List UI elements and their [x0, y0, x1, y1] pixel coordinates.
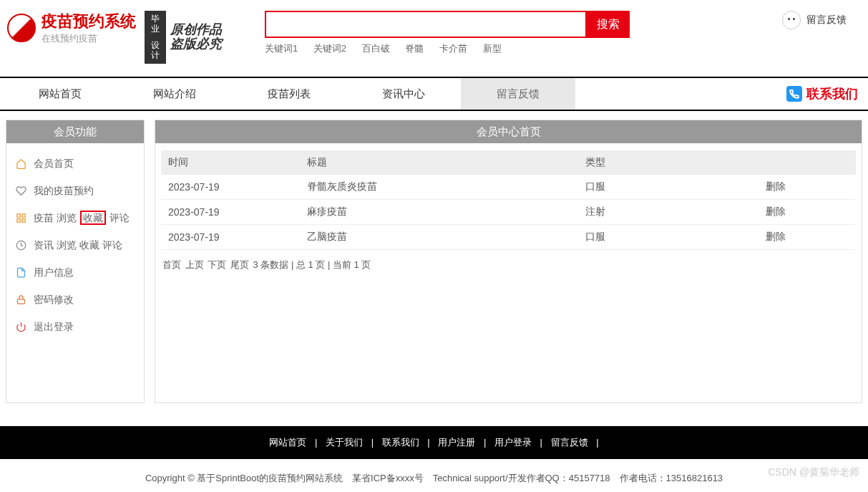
footer-link[interactable]: 关于我们: [326, 437, 363, 448]
cell-title: 脊髓灰质炎疫苗: [300, 175, 577, 200]
pager: 首页 上页 下页 尾页 3 条数据 | 总 1 页 | 当前 1 页: [155, 254, 862, 280]
footer-link[interactable]: 用户登录: [494, 437, 532, 448]
phone-icon: [786, 86, 802, 102]
col-date: 时间: [161, 150, 300, 175]
col-action: [759, 150, 856, 175]
sidebar-item-vaccine-browse[interactable]: 疫苗 浏览 收藏 评论: [6, 205, 144, 232]
cell-date: 2023-07-19: [161, 224, 300, 249]
label-part: 评论: [107, 212, 130, 223]
col-title: 标题: [300, 150, 577, 175]
search-row: 搜索: [265, 11, 782, 38]
footer-sep: |: [315, 437, 317, 448]
nav-intro[interactable]: 网站介绍: [117, 78, 232, 110]
main-title: 会员中心首页: [155, 120, 862, 143]
calli-line2: 盗版必究: [170, 37, 222, 52]
footer-sep: |: [540, 437, 542, 448]
svg-rect-2: [16, 219, 19, 222]
table-row: 2023-07-19 脊髓灰质炎疫苗 口服 删除: [161, 175, 856, 200]
keyword-link[interactable]: 卡介苗: [439, 43, 467, 54]
sidebar-title: 会员功能: [6, 120, 144, 143]
svg-rect-0: [16, 214, 19, 217]
keyword-link[interactable]: 脊髓: [405, 43, 424, 54]
delete-link[interactable]: 删除: [759, 175, 856, 200]
data-table: 时间 标题 类型 2023-07-19 脊髓灰质炎疫苗 口服 删除 2023-0…: [161, 150, 856, 250]
pager-last[interactable]: 尾页: [230, 259, 249, 270]
badge-box: 毕业 设计: [145, 11, 166, 64]
app-subtitle: 在线预约疫苗: [42, 32, 136, 45]
nav-vaccines[interactable]: 疫苗列表: [232, 78, 346, 110]
grid-icon: [15, 213, 26, 224]
sidebar-item-password[interactable]: 密码修改: [6, 286, 144, 314]
footer-sep: |: [371, 437, 374, 448]
svg-rect-3: [21, 219, 24, 222]
search-area: 搜索 关键词1 关键词2 百白破 脊髓 卡介苗 新型: [265, 11, 782, 55]
table-row: 2023-07-19 麻疹疫苗 注射 删除: [161, 199, 856, 224]
footer-link[interactable]: 用户注册: [438, 437, 475, 448]
face-icon: [782, 11, 801, 29]
pager-next[interactable]: 下页: [208, 259, 226, 270]
footer-link[interactable]: 留言反馈: [551, 437, 588, 448]
keyword-link[interactable]: 新型: [483, 43, 502, 54]
nav-feedback[interactable]: 留言反馈: [461, 78, 575, 110]
footer-link[interactable]: 联系我们: [382, 437, 419, 448]
footer-sep: |: [596, 437, 598, 448]
sidebar-item-label: 密码修改: [34, 294, 74, 307]
sidebar-item-label: 退出登录: [34, 321, 74, 334]
sidebar-item-appointments[interactable]: 我的疫苗预约: [6, 178, 144, 205]
keyword-link[interactable]: 百白破: [362, 43, 390, 54]
power-icon: [15, 322, 26, 333]
sidebar-menu: 会员首页 我的疫苗预约 疫苗 浏览 收藏 评论 资讯 浏览 收藏 评论 用户信息: [6, 143, 144, 348]
label-part-highlight: 收藏: [80, 211, 106, 225]
sidebar-item-news-browse[interactable]: 资讯 浏览 收藏 评论: [6, 232, 144, 259]
cell-date: 2023-07-19: [161, 175, 300, 200]
sidebar-item-label: 会员首页: [34, 158, 74, 170]
nav-home[interactable]: 网站首页: [3, 78, 117, 110]
cell-type: 口服: [578, 224, 759, 249]
main-panel: 会员中心首页 时间 标题 类型 2023-07-19 脊髓灰质炎疫苗 口服 删除: [155, 120, 862, 403]
sidebar-item-label: 疫苗 浏览 收藏 评论: [34, 212, 130, 225]
footer-nav: 网站首页 | 关于我们 | 联系我们 | 用户注册 | 用户登录 | 留言反馈 …: [0, 426, 868, 459]
table-header-row: 时间 标题 类型: [161, 150, 856, 175]
keyword-link[interactable]: 关键词1: [265, 43, 298, 54]
sidebar-item-home[interactable]: 会员首页: [6, 150, 144, 178]
search-input[interactable]: [265, 11, 587, 38]
footer-sep: |: [427, 437, 429, 448]
cell-type: 口服: [578, 175, 759, 200]
copyright-text: Copyright © 基于SprintBoot的疫苗预约网站系统 某省ICP备…: [0, 459, 868, 492]
contact-us-button[interactable]: 联系我们: [786, 85, 858, 102]
pager-prev[interactable]: 上页: [185, 259, 204, 270]
delete-link[interactable]: 删除: [759, 199, 856, 224]
search-button[interactable]: 搜索: [587, 11, 630, 38]
doc-icon: [15, 267, 26, 279]
sidebar-item-userinfo[interactable]: 用户信息: [6, 259, 144, 286]
home-icon: [15, 158, 26, 170]
feedback-button[interactable]: 留言反馈: [782, 11, 847, 29]
svg-rect-1: [21, 214, 24, 217]
cell-title: 麻疹疫苗: [300, 199, 577, 224]
feedback-label: 留言反馈: [806, 14, 847, 26]
keyword-list: 关键词1 关键词2 百白破 脊髓 卡介苗 新型: [265, 42, 782, 55]
calligraphy-text: 原创作品 盗版必究: [170, 23, 222, 52]
header: 疫苗预约系统 在线预约疫苗 毕业 设计 原创作品 盗版必究 搜索 关键词1 关键…: [0, 0, 868, 71]
content-container: 会员功能 会员首页 我的疫苗预约 疫苗 浏览 收藏 评论 资讯 浏览 收藏 评论: [0, 111, 868, 412]
sidebar-item-label: 我的疫苗预约: [34, 185, 94, 198]
cell-title: 乙脑疫苗: [300, 224, 577, 249]
svg-rect-5: [17, 299, 24, 304]
nav-news[interactable]: 资讯中心: [346, 78, 461, 110]
delete-link[interactable]: 删除: [759, 224, 856, 249]
label-part: 疫苗 浏览: [34, 212, 79, 223]
keyword-link[interactable]: 关键词2: [313, 43, 346, 54]
sidebar: 会员功能 会员首页 我的疫苗预约 疫苗 浏览 收藏 评论 资讯 浏览 收藏 评论: [6, 120, 145, 403]
graduation-badge: 毕业 设计 原创作品 盗版必究: [145, 11, 222, 64]
cell-type: 注射: [578, 199, 759, 224]
footer-link[interactable]: 网站首页: [269, 437, 306, 448]
badge-line1: 毕业: [145, 11, 166, 37]
app-title: 疫苗预约系统: [42, 11, 136, 32]
footer-sep: |: [484, 437, 486, 448]
logo-block: 疫苗预约系统 在线预约疫苗: [7, 11, 136, 45]
sidebar-item-logout[interactable]: 退出登录: [6, 314, 144, 341]
pager-summary: 3 条数据 | 总 1 页 | 当前 1 页: [253, 259, 371, 270]
badge-line2: 设计: [145, 37, 166, 64]
clock-icon: [15, 240, 26, 251]
pager-first[interactable]: 首页: [162, 259, 181, 270]
